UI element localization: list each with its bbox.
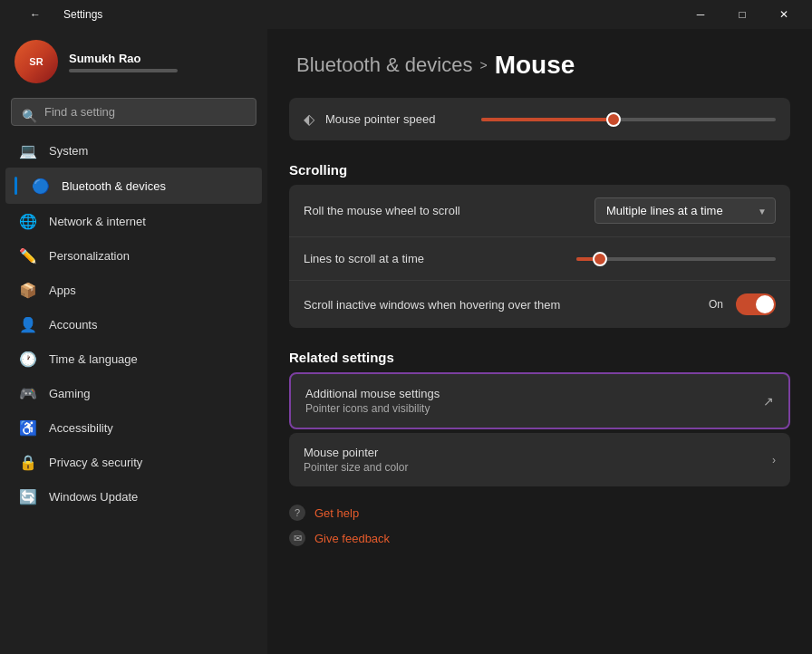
additional-mouse-text: Additional mouse settings Pointer icons … [305, 387, 440, 415]
sidebar-item-network[interactable]: 🌐Network & internet [5, 204, 262, 238]
mouse-pointer-subtitle: Pointer size and color [304, 461, 408, 474]
close-button[interactable]: ✕ [763, 0, 805, 29]
nav-icon-accessibility: ♿ [20, 419, 36, 436]
additional-mouse-title: Additional mouse settings [305, 387, 440, 400]
speed-slider-thumb[interactable] [606, 112, 621, 127]
footer-links: ? Get help ✉ Give feedback [267, 490, 812, 561]
minimize-button[interactable]: ─ [680, 0, 721, 29]
back-button[interactable]: ← [14, 0, 56, 29]
get-help-icon: ? [289, 505, 305, 521]
nav-icon-gaming: 🎮 [20, 385, 36, 401]
nav-icon-personalization: ✏️ [20, 247, 36, 264]
nav-label-bluetooth: Bluetooth & devices [62, 179, 166, 193]
mouse-pointer-text: Mouse pointer Pointer size and color [304, 446, 408, 474]
scroll-inactive-toggle[interactable] [736, 293, 776, 315]
scrolling-section-header: Scrolling [267, 144, 812, 185]
nav-icon-bluetooth: 🔵 [33, 178, 49, 194]
search-icon: 🔍 [22, 109, 37, 123]
nav-label-accounts: Accounts [49, 318, 97, 332]
additional-mouse-settings-card[interactable]: Additional mouse settings Pointer icons … [289, 372, 790, 429]
sidebar-item-accounts[interactable]: 👤Accounts [5, 307, 262, 341]
toggle-thumb [756, 295, 774, 313]
nav-icon-time: 🕐 [20, 351, 36, 367]
roll-wheel-dropdown-wrapper: Multiple lines at a time One screen at a… [594, 197, 776, 224]
user-name: Sumukh Rao [69, 52, 178, 65]
related-settings-header: Related settings [267, 332, 812, 372]
user-info: Sumukh Rao [69, 52, 178, 72]
sidebar-item-bluetooth[interactable]: 🔵Bluetooth & devices [5, 168, 262, 204]
breadcrumb-parent: Bluetooth & devices [296, 53, 472, 77]
nav-label-system: System [49, 144, 88, 158]
get-help-link[interactable]: ? Get help [289, 505, 790, 521]
titlebar-left: ← Settings [14, 0, 102, 29]
user-profile[interactable]: SR Sumukh Rao [0, 29, 267, 98]
avatar: SR [14, 40, 58, 83]
scroll-inactive-label: Scroll inactive windows when hovering ov… [304, 298, 560, 312]
user-email-bar [69, 69, 178, 72]
titlebar: ← Settings ─ □ ✕ [0, 0, 812, 29]
give-feedback-label: Give feedback [314, 532, 390, 545]
window-controls: ─ □ ✕ [680, 0, 805, 29]
speed-label: Mouse pointer speed [325, 112, 470, 126]
nav-label-apps: Apps [49, 284, 76, 297]
external-link-icon: ↗ [763, 394, 774, 409]
maximize-button[interactable]: □ [721, 0, 763, 29]
nav-icon-accounts: 👤 [20, 316, 36, 332]
app-title: Settings [63, 8, 102, 21]
roll-wheel-row: Roll the mouse wheel to scroll Multiple … [289, 185, 790, 237]
nav-label-update: Windows Update [49, 490, 138, 504]
mouse-pointer-title: Mouse pointer [304, 446, 408, 459]
search-input[interactable] [11, 98, 256, 126]
mouse-icon: ⬖ [304, 111, 314, 128]
main-layout: SR Sumukh Rao 🔍 💻System🔵Bluetooth & devi… [0, 29, 812, 654]
get-help-label: Get help [314, 506, 359, 520]
content-area: Bluetooth & devices > Mouse ⬖ Mouse poin… [267, 29, 812, 654]
speed-slider-fill [481, 118, 614, 121]
sidebar: SR Sumukh Rao 🔍 💻System🔵Bluetooth & devi… [0, 29, 267, 654]
page-header: Bluetooth & devices > Mouse [267, 29, 812, 98]
nav-list: 💻System🔵Bluetooth & devices🌐Network & in… [0, 133, 267, 514]
sidebar-item-time[interactable]: 🕐Time & language [5, 341, 262, 376]
lines-scroll-label: Lines to scroll at a time [304, 252, 424, 265]
mouse-pointer-speed-card: ⬖ Mouse pointer speed [289, 98, 790, 140]
nav-icon-privacy: 🔒 [20, 454, 36, 470]
give-feedback-icon: ✉ [289, 530, 305, 546]
give-feedback-link[interactable]: ✉ Give feedback [289, 530, 790, 546]
roll-wheel-label: Roll the mouse wheel to scroll [304, 204, 460, 217]
nav-label-gaming: Gaming [49, 387, 91, 400]
scroll-inactive-right: On [709, 293, 776, 315]
scrolling-group: Roll the mouse wheel to scroll Multiple … [289, 185, 790, 328]
nav-label-time: Time & language [49, 352, 138, 366]
lines-slider-track [576, 257, 776, 261]
active-indicator [14, 177, 17, 195]
sidebar-item-system[interactable]: 💻System [5, 133, 262, 168]
scroll-inactive-row: Scroll inactive windows when hovering ov… [289, 281, 790, 328]
roll-wheel-dropdown[interactable]: Multiple lines at a time One screen at a… [594, 197, 776, 224]
sidebar-item-personalization[interactable]: ✏️Personalization [5, 238, 262, 273]
sidebar-item-update[interactable]: 🔄Windows Update [5, 479, 262, 514]
sidebar-item-apps[interactable]: 📦Apps [5, 273, 262, 307]
lines-scroll-row: Lines to scroll at a time [289, 237, 790, 281]
toggle-on-label: On [709, 298, 723, 311]
nav-icon-system: 💻 [20, 142, 36, 159]
mouse-pointer-card[interactable]: Mouse pointer Pointer size and color › [289, 433, 790, 486]
speed-slider-container [481, 118, 776, 121]
chevron-right-icon: › [772, 454, 776, 466]
nav-label-personalization: Personalization [49, 249, 130, 263]
nav-label-network: Network & internet [49, 215, 146, 228]
breadcrumb-current: Mouse [495, 51, 575, 80]
lines-slider-thumb[interactable] [593, 252, 607, 266]
sidebar-item-accessibility[interactable]: ♿Accessibility [5, 410, 262, 445]
search-container: 🔍 [0, 98, 267, 133]
nav-label-privacy: Privacy & security [49, 456, 142, 469]
nav-icon-network: 🌐 [20, 213, 36, 229]
nav-icon-update: 🔄 [20, 488, 36, 505]
sidebar-item-privacy[interactable]: 🔒Privacy & security [5, 445, 262, 479]
additional-mouse-subtitle: Pointer icons and visibility [305, 402, 440, 415]
sidebar-item-gaming[interactable]: 🎮Gaming [5, 376, 262, 410]
speed-slider-track [481, 118, 776, 121]
nav-icon-apps: 📦 [20, 282, 36, 298]
nav-label-accessibility: Accessibility [49, 421, 113, 435]
breadcrumb-chevron: > [479, 58, 487, 72]
